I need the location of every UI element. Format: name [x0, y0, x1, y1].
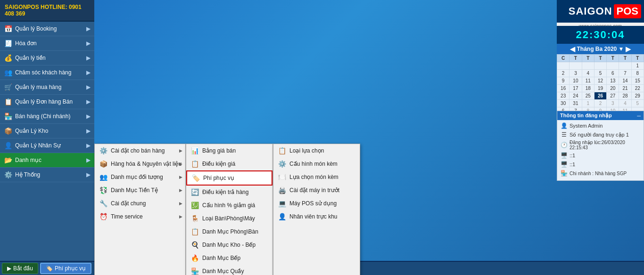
menu-cauhinhmonkem[interactable]: ⚙️ Cấu hình món kèm [273, 157, 360, 170]
menu-caidatbanhang[interactable]: ⚙️ Cài đặt cho bán hàng [95, 144, 185, 157]
calendar-day[interactable] [594, 62, 606, 70]
calendar-day[interactable]: 14 [619, 77, 631, 85]
calendar-day[interactable]: 15 [631, 77, 644, 85]
calendar-header[interactable]: ◀ Tháng Ba 2020 ▼ ▶ [557, 44, 644, 54]
menu-hanghoa[interactable]: 📦 Hàng hóa & Nguyên vật liệu [95, 157, 185, 170]
booking-label: Quản lý Booking [15, 25, 57, 32]
sidebar-item-muahang[interactable]: 🛒 Quản lý mua hàng ▶ [0, 80, 94, 95]
calendar-day[interactable]: 29 [631, 92, 644, 100]
calendar-day[interactable]: 19 [594, 85, 606, 92]
active-task-button[interactable]: 🏷️ Phí phục vụ [40, 263, 91, 274]
calendar-day[interactable]: 13 [607, 77, 619, 85]
user-icon: 👤 [560, 122, 568, 129]
calendar-day[interactable]: 11 [582, 77, 594, 85]
menu-tiente[interactable]: 💱 Danh Mục Tiền Tệ [95, 184, 185, 197]
device2-icon: 🖥️ [560, 161, 568, 168]
menu-dieukientra[interactable]: 🔄 Điều kiện trả hàng [186, 186, 272, 199]
menu-loaiban[interactable]: 🪑 Loại Bàn\Phòng\Máy [186, 212, 272, 225]
calendar-next[interactable]: ▶ [624, 45, 633, 53]
menu-luachonmonkem[interactable]: 🍽️ Lựa chọn món kèm [273, 170, 360, 184]
loaiban-label: Loại Bàn\Phòng\Máy [202, 215, 255, 222]
menu-danhmucphong[interactable]: 📋 Danh Mục Phòng\Bàn [186, 225, 272, 238]
calendar-day[interactable]: 12 [594, 77, 606, 85]
calendar-day[interactable]: 1 [631, 62, 644, 70]
sidebar-item-banhang-left: 🏪 Bán hàng (Chi nhánh) [4, 112, 70, 121]
calendar-day[interactable]: 16 [557, 85, 570, 92]
menu-doituong[interactable]: 👥 Danh mục đối tượng [95, 170, 185, 184]
calendar-day[interactable]: 9 [557, 77, 570, 85]
menu-nhanvientruck[interactable]: 👤 Nhân viên trực khu [273, 210, 360, 223]
menu-maypossudung[interactable]: 💻 Máy POS sử dụng [273, 197, 360, 210]
sidebar-item-khachhang[interactable]: 👥 Chăm sóc khách hàng ▶ [0, 65, 94, 80]
device2-row: 🖥️ ::1 [560, 161, 641, 168]
start-button[interactable]: ▶ Bắt đầu [2, 263, 38, 274]
dieukientra-icon: 🔄 [190, 187, 199, 197]
danhmucbep-label: Danh Mục Bếp [202, 255, 240, 261]
calendar-day[interactable]: 5 [631, 100, 644, 107]
calendar-day[interactable]: 18 [582, 85, 594, 92]
sidebar-item-kho[interactable]: 📦 Quản Lý Kho ▶ [0, 124, 94, 138]
sidebar-item-hethong[interactable]: ⚙️ Hệ Thống ▶ [0, 168, 94, 182]
menu-timeservice[interactable]: ⏰ Time service [95, 210, 185, 223]
calendar-day[interactable]: 4 [582, 70, 594, 77]
menu-caidatmayintruot[interactable]: 🖨️ Cài đặt máy in trưởt [273, 184, 360, 197]
calendar-day[interactable]: 10 [570, 77, 582, 85]
tiente-icon: 💱 [99, 186, 108, 195]
calendar-day[interactable] [582, 62, 594, 70]
calendar-day[interactable]: 20 [607, 85, 619, 92]
menu-level2: 📊 Bảng giá bán 📋 Điều kiện giá 🏷️ Phí ph… [186, 144, 273, 275]
calendar-day[interactable]: 22 [631, 85, 644, 92]
sidebar-item-banhang[interactable]: 🏪 Bán hàng (Chi nhánh) ▶ [0, 109, 94, 124]
calendar-day[interactable]: 26 [594, 92, 606, 100]
calendar-day[interactable]: 27 [607, 92, 619, 100]
calendar-day[interactable] [619, 62, 631, 70]
calendar-day[interactable] [607, 62, 619, 70]
sidebar-item-nhansu[interactable]: 👤 Quản Lý Nhân Sự ▶ [0, 138, 94, 153]
menu-danhmuckho[interactable]: 🍳 Danh Mục Kho - Bếp [186, 238, 272, 251]
calendar-day[interactable]: 8 [631, 70, 644, 77]
calendar-day[interactable]: 4 [619, 100, 631, 107]
dieukientra-label: Điều kiện trả hàng [202, 189, 248, 195]
menu-danhmucbep[interactable]: 🔥 Danh Mục Bếp [186, 251, 272, 265]
calendar-day[interactable]: 25 [582, 92, 594, 100]
calendar-day[interactable]: 2 [557, 70, 570, 77]
menu-danhmucquay[interactable]: 🏪 Danh Mục Quầy [186, 265, 272, 275]
sidebar-item-tien[interactable]: 💰 Quản lý tiền ▶ [0, 51, 94, 65]
banggiaban-icon: 📊 [190, 146, 199, 155]
calendar-day[interactable]: 23 [557, 92, 570, 100]
sidebar-item-donhang[interactable]: 📋 Quản lý Đơn hàng Bán ▶ [0, 95, 94, 109]
info-minimize[interactable]: ─ [637, 113, 641, 119]
calendar-day[interactable] [570, 62, 582, 70]
menu-caidatchung[interactable]: 🔧 Cài đặt chung [95, 197, 185, 210]
sidebar-item-danhmuc[interactable]: 📂 Danh mục ▶ [0, 153, 94, 168]
menu-banggiaban[interactable]: 📊 Bảng giá bán [186, 144, 272, 157]
calendar-day[interactable]: 5 [594, 70, 606, 77]
sidebar-item-booking[interactable]: 📅 Quản lý Booking ▶ [0, 22, 94, 36]
calendar-day[interactable]: 24 [570, 92, 582, 100]
calendar-day[interactable]: 7 [619, 70, 631, 77]
caidatmayintruot-icon: 🖨️ [277, 186, 287, 195]
calendar-day[interactable]: 6 [607, 70, 619, 77]
menu-dieukiengía[interactable]: 📋 Điều kiện giá [186, 157, 272, 170]
calendar-prev[interactable]: ◀ [568, 45, 577, 53]
nhansu-arrow: ▶ [86, 142, 91, 149]
calendar-day[interactable]: 30 [557, 100, 570, 107]
info-title: Thông tin đăng nhập [560, 113, 612, 119]
sidebar-item-hoadon[interactable]: 🧾 Hóa đơn ▶ [0, 36, 94, 51]
calendar-day[interactable] [557, 62, 570, 70]
device1-row: 🖥️ ::1 [560, 152, 641, 159]
calendar-day[interactable]: 3 [607, 100, 619, 107]
hethong-label: Hệ Thống [15, 171, 40, 178]
menu-cauhinh-pct[interactable]: 💹 Cấu hình % giảm giá [186, 199, 272, 212]
calendar-day[interactable]: 17 [570, 85, 582, 92]
calendar-day[interactable]: 2 [594, 100, 606, 107]
calendar-day[interactable]: 3 [570, 70, 582, 77]
calendar-day[interactable]: 28 [619, 92, 631, 100]
clock-panel: 22:30:04 ◀ Tháng Ba 2020 ▼ ▶ C T T T T T… [557, 26, 644, 115]
calendar-day[interactable]: 21 [619, 85, 631, 92]
menu-phiphucvu[interactable]: 🏷️ Phí phục vụ [186, 170, 272, 186]
calendar-day[interactable]: 1 [582, 100, 594, 107]
menu-loailuachon[interactable]: 📋 Loại lựa chọn [273, 144, 360, 157]
luachonmonkem-icon: 🍽️ [277, 172, 287, 182]
calendar-day[interactable]: 31 [570, 100, 582, 107]
